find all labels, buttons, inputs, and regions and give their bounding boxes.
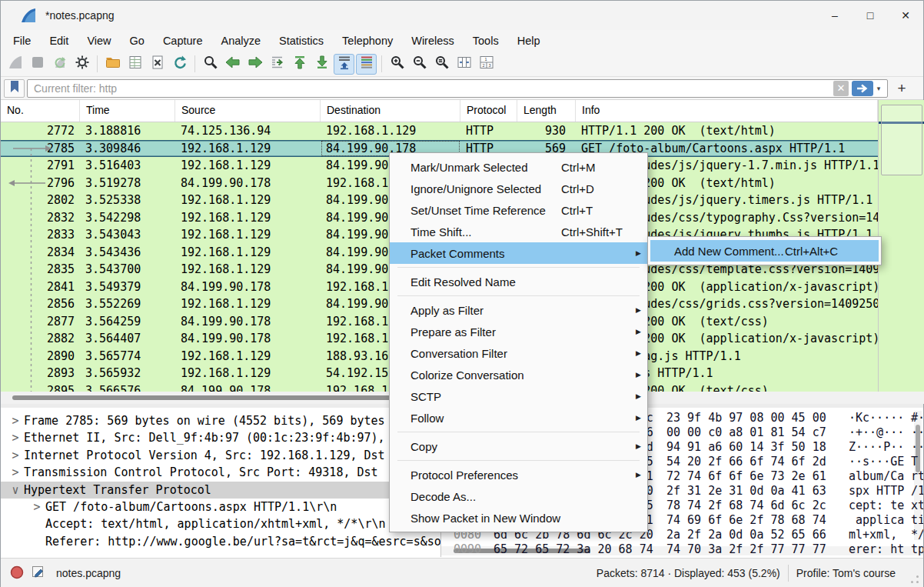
menubar-item-view[interactable]: View: [78, 32, 120, 50]
filter-bookmark-button[interactable]: [4, 79, 25, 98]
arrow-left-icon: [224, 55, 241, 73]
menu-item-shortcut: Ctrl+Alt+C: [785, 245, 869, 258]
expanded-chevron-icon[interactable]: ∨: [7, 482, 24, 499]
close-button[interactable]: ✕: [888, 1, 923, 30]
capture-comment-icon[interactable]: [32, 565, 45, 582]
menu-item-apply-as-filter[interactable]: Apply as Filter▶: [390, 299, 647, 321]
maximize-button[interactable]: □: [853, 1, 888, 30]
resize-grip[interactable]: [903, 559, 923, 587]
start-capture-button[interactable]: [5, 54, 25, 75]
go-forward-button[interactable]: [244, 54, 265, 75]
menu-item-packet-comments[interactable]: Packet Comments▶: [390, 242, 647, 264]
zoom-out-button[interactable]: [409, 54, 430, 75]
minimize-button[interactable]: –: [817, 1, 853, 30]
auto-scroll-button[interactable]: [334, 54, 354, 75]
detail-line-0[interactable]: >Frame 2785: 569 bytes on wire (4552 bit…: [1, 412, 440, 429]
menu-item-colorize-conversation[interactable]: Colorize Conversation▶: [390, 364, 647, 385]
scrollbar-handle[interactable]: [881, 105, 922, 175]
stop-icon: [30, 55, 45, 73]
collapsed-chevron-icon[interactable]: >: [7, 464, 24, 481]
go-back-button[interactable]: [222, 54, 243, 75]
menubar-item-analyze[interactable]: Analyze: [211, 32, 270, 50]
detail-line-text: Referer: http://www.google.be/url?sa=t&r…: [45, 535, 440, 549]
find-packet-button[interactable]: [200, 54, 221, 75]
detail-line-6[interactable]: Accept: text/html, application/xhtml+xml…: [1, 515, 440, 532]
menu-item-sctp[interactable]: SCTP▶: [390, 385, 647, 407]
column-header-info[interactable]: Info: [576, 100, 878, 122]
layout-button[interactable]: 123: [476, 54, 497, 75]
filter-clear-button[interactable]: ✕: [833, 81, 849, 96]
save-file-button[interactable]: [125, 54, 145, 75]
menu-item-conversation-filter[interactable]: Conversation Filter▶: [390, 342, 647, 364]
menu-item-time-shift[interactable]: Time Shift...Ctrl+Shift+T: [390, 221, 647, 242]
menu-item-show-packet-in-new-window[interactable]: Show Packet in New Window: [390, 507, 647, 529]
detail-line-7[interactable]: Referer: http://www.google.be/url?sa=t&r…: [1, 533, 440, 550]
intelligent-scrollbar[interactable]: [878, 100, 924, 392]
menubar-item-edit[interactable]: Edit: [40, 32, 78, 50]
resize-columns-button[interactable]: [454, 54, 474, 75]
packet-context-menu: Mark/Unmark SelectedCtrl+MIgnore/Unignor…: [389, 152, 648, 532]
detail-line-2[interactable]: >Internet Protocol Version 4, Src: 192.1…: [1, 447, 440, 464]
expert-info-icon[interactable]: [10, 565, 24, 582]
menu-item-protocol-preferences[interactable]: Protocol Preferences▶: [390, 464, 647, 485]
menu-item-follow[interactable]: Follow▶: [390, 407, 647, 429]
menu-item-set-unset-time-reference[interactable]: Set/Unset Time ReferenceCtrl+T: [390, 199, 647, 221]
go-first-packet-button[interactable]: [289, 54, 310, 75]
open-file-button[interactable]: [102, 54, 123, 75]
ascii-right: tion/xht: [911, 513, 923, 528]
menu-item-decode-as[interactable]: Decode As...: [390, 485, 647, 507]
go-to-packet-button[interactable]: [267, 54, 288, 75]
collapsed-chevron-icon[interactable]: >: [7, 429, 24, 446]
close-file-button[interactable]: [147, 54, 168, 75]
column-header-no[interactable]: No.: [1, 100, 80, 122]
hex-bytes-right: 94 91 a6 60 14 3f 50 18: [666, 440, 826, 455]
ascii-right: tp://www: [911, 542, 923, 557]
detail-line-1[interactable]: >Ethernet II, Src: Dell_9f:4b:97 (00:1c:…: [1, 429, 440, 446]
menubar-item-tools[interactable]: Tools: [464, 32, 508, 50]
menu-item-prepare-as-filter[interactable]: Prepare as Filter▶: [390, 321, 647, 342]
menu-item-copy[interactable]: Copy▶: [390, 435, 647, 457]
display-filter-input[interactable]: Current filter: http ✕ ▾: [27, 79, 888, 98]
collapsed-chevron-icon[interactable]: >: [7, 412, 24, 429]
menu-item-mark-unmark-selected[interactable]: Mark/Unmark SelectedCtrl+M: [390, 156, 647, 178]
status-filename: notes.pcapng: [56, 567, 121, 579]
column-header-time[interactable]: Time: [80, 100, 175, 122]
menubar-item-telephony[interactable]: Telephony: [333, 32, 402, 50]
filter-apply-button[interactable]: [852, 81, 873, 96]
go-last-packet-button[interactable]: [311, 54, 332, 75]
hex-row-0090[interactable]: 009065 72 65 72 3a 20 68 7474 70 3a 2f 2…: [441, 542, 912, 557]
zoom-in-button[interactable]: [387, 54, 407, 75]
menubar-item-help[interactable]: Help: [508, 32, 550, 50]
filter-add-button[interactable]: +: [892, 79, 911, 98]
packet-row-2772[interactable]: 27723.18881674.125.136.94192.168.1.129HT…: [1, 122, 878, 140]
column-header-protocol[interactable]: Protocol: [460, 100, 517, 122]
menubar-item-capture[interactable]: Capture: [154, 32, 212, 50]
menu-item-add-new-comment[interactable]: Add New Comment... Ctrl+Alt+C: [650, 240, 879, 262]
menubar-item-go[interactable]: Go: [121, 32, 154, 50]
stop-capture-button[interactable]: [27, 54, 48, 75]
column-header-source[interactable]: Source: [175, 100, 321, 122]
menu-item-edit-resolved-name[interactable]: Edit Resolved Name: [390, 271, 647, 292]
detail-line-4[interactable]: ∨Hypertext Transfer Protocol: [1, 482, 440, 499]
toolbar-separator: [194, 55, 195, 72]
capture-options-button[interactable]: [71, 54, 92, 75]
menubar-item-statistics[interactable]: Statistics: [270, 32, 333, 50]
menubar-item-file[interactable]: File: [4, 32, 40, 50]
status-profile[interactable]: Profile: Tom's course: [796, 567, 896, 579]
zoom-reset-button[interactable]: [431, 54, 452, 75]
detail-line-3[interactable]: >Transmission Control Protocol, Src Port…: [1, 464, 440, 481]
column-header-destination[interactable]: Destination: [321, 100, 460, 122]
ascii-left: spx HTTP: [849, 484, 904, 499]
collapsed-chevron-icon[interactable]: >: [7, 447, 24, 464]
reload-file-button[interactable]: [169, 54, 190, 75]
colorize-packets-button[interactable]: [356, 54, 377, 75]
restart-capture-button[interactable]: [49, 54, 70, 75]
packet-2834-no: 2834: [1, 244, 80, 262]
detail-line-5[interactable]: >GET /foto-album/Cartoons.aspx HTTP/1.1\…: [1, 499, 440, 515]
menubar-item-wireless[interactable]: Wireless: [402, 32, 464, 50]
column-header-length[interactable]: Length: [517, 100, 576, 122]
menu-item-ignore-unignore-selected[interactable]: Ignore/Unignore SelectedCtrl+D: [390, 178, 647, 199]
filter-dropdown-caret[interactable]: ▾: [873, 85, 884, 92]
status-packet-counts: Packets: 8714 · Displayed: 453 (5.2%): [597, 567, 780, 579]
collapsed-chevron-icon[interactable]: >: [28, 499, 45, 515]
